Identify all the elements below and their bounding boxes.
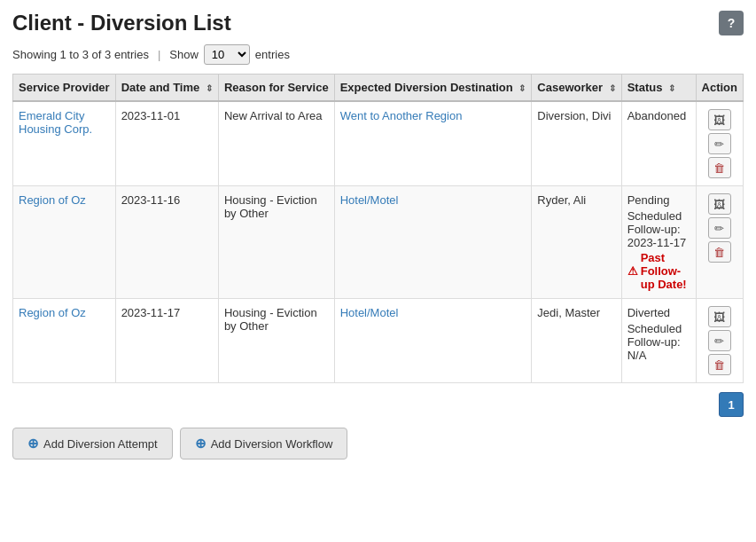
sort-icon-destination[interactable]: ⇕ <box>518 83 526 93</box>
page-1-button[interactable]: 1 <box>719 392 744 417</box>
cell-reason: Housing - Eviction by Other <box>218 299 334 383</box>
action-buttons: 🖼✏🗑 <box>702 109 737 178</box>
edit-button[interactable]: ✏ <box>708 217 731 239</box>
image-icon: 🖼 <box>713 310 725 324</box>
delete-icon: 🗑 <box>713 246 725 259</box>
cell-date-time: 2023-11-16 <box>115 186 218 299</box>
past-followup-text: Past Follow-up Date! <box>641 251 690 291</box>
view-button[interactable]: 🖼 <box>708 193 731 215</box>
col-date-time: Date and Time ⇕ <box>115 75 218 102</box>
col-destination: Expected Diversion Destination ⇕ <box>334 75 532 102</box>
add-attempt-label: Add Diversion Attempt <box>43 437 158 451</box>
show-label: Show <box>169 48 199 61</box>
view-button[interactable]: 🖼 <box>708 109 731 130</box>
showing-text: Showing 1 to 3 of 3 entries <box>12 48 149 61</box>
delete-button[interactable]: 🗑 <box>708 157 731 178</box>
add-workflow-label: Add Diversion Workflow <box>211 437 333 451</box>
image-icon: 🖼 <box>713 114 725 127</box>
sort-icon-date[interactable]: ⇕ <box>206 83 213 93</box>
status-main: Pending <box>627 193 690 207</box>
col-reason: Reason for Service <box>218 75 334 102</box>
delete-button[interactable]: 🗑 <box>708 354 731 375</box>
col-status: Status ⇕ <box>621 75 696 102</box>
cell-service-provider: Emerald City Housing Corp. <box>13 101 116 186</box>
divider: | <box>158 48 160 61</box>
delete-icon: 🗑 <box>713 161 725 175</box>
plus-icon-workflow: ⊕ <box>195 436 207 452</box>
status-main: Diverted <box>627 306 690 319</box>
entries-select[interactable]: 10 25 50 100 <box>204 44 250 65</box>
action-buttons: 🖼✏🗑 <box>702 193 737 263</box>
table-row: Emerald City Housing Corp.2023-11-01New … <box>13 101 744 186</box>
table-row: Region of Oz2023-11-16Housing - Eviction… <box>13 186 744 299</box>
edit-button[interactable]: ✏ <box>708 330 731 351</box>
cell-service-provider: Region of Oz <box>13 186 116 299</box>
cell-caseworker: Ryder, Ali <box>532 186 621 299</box>
cell-destination: Went to Another Region <box>334 101 532 186</box>
cell-destination: Hotel/Motel <box>334 299 532 383</box>
sort-icon-caseworker[interactable]: ⇕ <box>609 83 616 93</box>
cell-status: Abandoned <box>621 101 696 186</box>
delete-button[interactable]: 🗑 <box>708 241 731 263</box>
help-button[interactable]: ? <box>719 11 744 35</box>
cell-reason: New Arrival to Area <box>218 101 334 186</box>
cell-action: 🖼✏🗑 <box>696 186 743 299</box>
table-row: Region of Oz2023-11-17Housing - Eviction… <box>13 299 744 383</box>
col-service-provider: Service Provider <box>13 75 116 102</box>
table-header-row: Service Provider Date and Time ⇕ Reason … <box>13 75 744 102</box>
cell-service-provider: Region of Oz <box>13 299 116 383</box>
edit-icon: ✏ <box>714 334 724 348</box>
cell-reason: Housing - Eviction by Other <box>218 186 334 299</box>
entries-label: entries <box>255 48 290 61</box>
add-diversion-workflow-button[interactable]: ⊕ Add Diversion Workflow <box>180 428 348 460</box>
action-buttons: 🖼✏🗑 <box>702 306 737 375</box>
status-followup: Scheduled Follow-up: N/A <box>627 322 690 362</box>
plus-icon-attempt: ⊕ <box>27 436 39 452</box>
image-icon: 🖼 <box>713 198 725 211</box>
edit-icon: ✏ <box>714 222 724 235</box>
add-diversion-attempt-button[interactable]: ⊕ Add Diversion Attempt <box>12 428 173 460</box>
col-caseworker: Caseworker ⇕ <box>532 75 621 102</box>
edit-icon: ✏ <box>714 137 724 151</box>
cell-status: PendingScheduled Follow-up: 2023-11-17⚠P… <box>621 186 696 299</box>
status-main: Abandoned <box>627 109 690 122</box>
status-past-followup: ⚠Past Follow-up Date! <box>627 251 690 291</box>
col-action: Action <box>696 75 743 102</box>
edit-button[interactable]: ✏ <box>708 133 731 154</box>
delete-icon: 🗑 <box>713 358 725 372</box>
cell-caseworker: Jedi, Master <box>532 299 621 383</box>
cell-destination: Hotel/Motel <box>334 186 532 299</box>
status-followup: Scheduled Follow-up: 2023-11-17 <box>627 209 690 249</box>
diversion-table: Service Provider Date and Time ⇕ Reason … <box>12 74 744 383</box>
sort-icon-status[interactable]: ⇕ <box>668 83 675 93</box>
cell-action: 🖼✏🗑 <box>696 299 743 383</box>
cell-date-time: 2023-11-01 <box>115 101 218 186</box>
cell-caseworker: Diversion, Divi <box>532 101 621 186</box>
page-title: Client - Diversion List <box>12 11 231 35</box>
warning-triangle-icon: ⚠ <box>627 264 638 278</box>
cell-date-time: 2023-11-17 <box>115 299 218 383</box>
cell-status: DivertedScheduled Follow-up: N/A <box>621 299 696 383</box>
cell-action: 🖼✏🗑 <box>696 101 743 186</box>
view-button[interactable]: 🖼 <box>708 306 731 327</box>
